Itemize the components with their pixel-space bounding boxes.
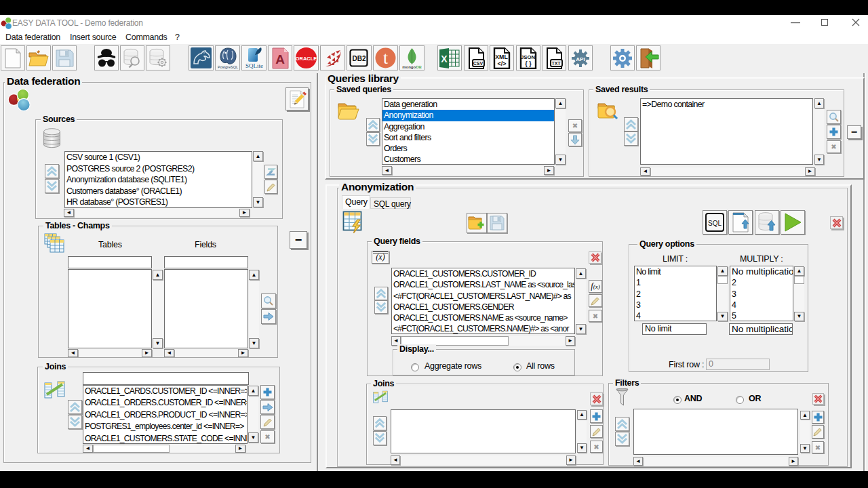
svg-text:CSV: CSV: [473, 60, 484, 65]
svg-text:X: X: [441, 54, 448, 64]
svg-text:DB2: DB2: [352, 55, 366, 62]
svg-text:JSON: JSON: [521, 54, 536, 60]
svg-text:SQLite: SQLite: [245, 62, 263, 69]
svg-text:SQL: SQL: [708, 220, 722, 227]
svg-text:</>: </>: [497, 60, 506, 67]
svg-text:{ }: { }: [525, 60, 532, 67]
svg-text:mongoDB: mongoDB: [402, 65, 422, 69]
svg-text:XML: XML: [495, 53, 508, 60]
svg-text:t: t: [383, 48, 389, 68]
svg-text:API: API: [576, 56, 585, 62]
svg-text:TXT: TXT: [551, 60, 561, 65]
svg-text:PostgreSQL: PostgreSQL: [218, 65, 238, 69]
svg-text:ORACLE: ORACLE: [296, 56, 317, 62]
svg-text:A: A: [275, 52, 285, 66]
